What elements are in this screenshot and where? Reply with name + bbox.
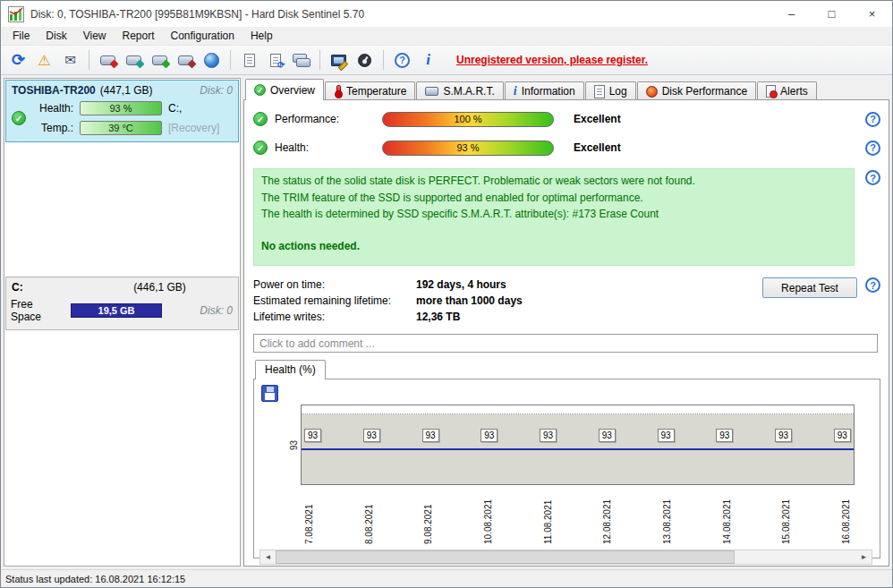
status-line: The TRIM feature of the SSD is supported… [261, 190, 846, 207]
close-button[interactable]: × [852, 1, 892, 27]
disk-detect-icon [126, 55, 141, 65]
performance-label: Performance: [275, 113, 375, 125]
minimize-button[interactable]: – [771, 1, 812, 27]
performance-ok-icon: ✓ [253, 112, 268, 126]
disk-action-1-button[interactable] [96, 48, 120, 72]
repeat-test-help-icon[interactable]: ? [865, 277, 880, 293]
health-ok-icon: ✓ [253, 141, 268, 155]
health-rating: Excellent [574, 141, 621, 154]
menu-help[interactable]: Help [242, 28, 281, 44]
tab-temperature[interactable]: Temperature [325, 81, 415, 100]
toolbar-separator [383, 50, 384, 70]
x-axis-label: 14.08.2021 [722, 489, 732, 544]
about-button[interactable]: i [416, 48, 440, 72]
performance-bar: 100 % [382, 112, 554, 127]
x-axis-label: 8.08.2021 [364, 489, 374, 544]
x-axis-label: 7.08.2021 [304, 489, 314, 544]
performance-row: ✓ Performance: 100 % Excellent ? [253, 107, 883, 131]
health-help-icon[interactable]: ? [865, 141, 880, 156]
comment-input[interactable] [253, 334, 878, 353]
disk-icon [425, 87, 438, 96]
info-icon: i [426, 51, 430, 69]
help-icon: ? [395, 53, 410, 68]
gauge-icon [358, 54, 371, 67]
disk-number: Disk: 0 [200, 84, 233, 97]
performance-test-button[interactable] [353, 48, 377, 72]
menubar: File Disk View Report Configuration Help [1, 27, 892, 46]
save-chart-icon[interactable] [261, 385, 278, 402]
repeat-test-button[interactable]: Repeat Test [762, 277, 857, 298]
report-button[interactable] [237, 48, 261, 72]
tab-overview[interactable]: ✓ Overview [245, 79, 324, 100]
titlebar: Disk: 0, TOSHIBA-TR200 [995B81M9KBSN] - … [1, 1, 892, 27]
power-on-value: 192 days, 4 hours [416, 278, 506, 291]
x-axis-label: 12.08.2021 [602, 489, 612, 544]
tab-smart[interactable]: S.M.A.R.T. [416, 81, 503, 100]
network-disks-button[interactable] [200, 48, 224, 72]
send-message-button[interactable]: ✉ [58, 48, 82, 72]
scroll-right-icon[interactable]: ► [856, 550, 872, 564]
overview-check-icon: ✓ [254, 84, 266, 96]
health-chart-section: Health (%) 93 93 [253, 360, 880, 558]
menu-report[interactable]: Report [114, 28, 162, 44]
free-space-bar: 19,5 GB [71, 303, 162, 318]
disk-action-2-button[interactable] [122, 48, 146, 72]
health-bar-main: 93 % [382, 141, 554, 156]
register-link[interactable]: Unregistered version, please register. [456, 54, 648, 66]
refresh-button[interactable]: ⟳ [6, 48, 30, 72]
x-axis-label: 10.08.2021 [483, 489, 493, 544]
warning-report-button[interactable]: ⚠ [32, 48, 56, 72]
lifetime-writes-label: Lifetime writes: [253, 311, 416, 323]
maximize-button[interactable]: □ [812, 1, 852, 27]
refresh-icon: ⟳ [12, 50, 25, 70]
menu-view[interactable]: View [75, 28, 115, 44]
partition-panel[interactable]: C: (446,1 GB) Free Space 19,5 GB Disk: 0 [5, 277, 239, 330]
tab-alerts[interactable]: Alerts [757, 81, 817, 100]
data-label: 93 [658, 429, 675, 442]
remote-disks-button[interactable] [289, 48, 313, 72]
scrollbar-thumb[interactable] [276, 550, 735, 564]
disk-accept-icon [152, 55, 167, 65]
disk-action-4-button[interactable] [174, 48, 198, 72]
chart-tab-health[interactable]: Health (%) [255, 360, 326, 379]
status-last-updated: Status last updated: 16.08.2021 16:12:15 [5, 574, 185, 584]
thermometer-icon [334, 85, 342, 98]
globe-icon [204, 53, 219, 68]
x-axis-label: 16.08.2021 [841, 489, 851, 544]
status-line: The status of the solid state disk is PE… [261, 173, 846, 190]
lifetime-writes-value: 12,36 TB [416, 311, 460, 323]
tab-disk-performance[interactable]: Disk Performance [637, 81, 756, 100]
disk-list-sidebar: TOSHIBA-TR200 (447,1 GB) Disk: 0 ✓ Healt… [4, 78, 241, 567]
disk-panel[interactable]: TOSHIBA-TR200 (447,1 GB) Disk: 0 ✓ Healt… [5, 80, 239, 142]
warning-icon: ⚠ [38, 52, 50, 69]
health-row: ✓ Health: 93 % Excellent ? [253, 136, 883, 159]
recovery-label: [Recovery] [168, 122, 219, 134]
menu-file[interactable]: File [4, 28, 38, 44]
toolbar: ⟳ ⚠ ✉ ⟳ ? i Unregistered version, please… [1, 46, 892, 75]
performance-rating: Excellent [574, 113, 621, 125]
refresh-report-button[interactable]: ⟳ [263, 48, 287, 72]
remaining-lifetime-label: Estimated remaining lifetime: [253, 294, 416, 307]
data-label: 93 [422, 429, 439, 442]
x-axis-label: 15.08.2021 [781, 489, 791, 544]
temp-bar: 39 °C [80, 121, 162, 135]
chart-scrollbar[interactable]: ◄ ► [259, 550, 872, 565]
performance-help-icon[interactable]: ? [865, 112, 880, 127]
menu-configuration[interactable]: Configuration [163, 28, 242, 44]
overview-panel: ✓ Performance: 100 % Excellent ? ✓ Healt… [243, 99, 889, 567]
tab-log[interactable]: Log [585, 81, 636, 100]
disk-action-3-button[interactable] [148, 48, 172, 72]
window-title: Disk: 0, TOSHIBA-TR200 [995B81M9KBSN] - … [30, 8, 364, 21]
mail-icon: ✉ [64, 52, 76, 68]
scrollbar-track[interactable] [276, 550, 856, 564]
data-label: 93 [481, 429, 498, 442]
status-help-icon[interactable]: ? [865, 170, 880, 185]
tab-information[interactable]: i Information [505, 81, 584, 100]
no-action-line: No actions needed. [261, 238, 846, 255]
edit-monitor-button[interactable] [327, 48, 351, 72]
help-button[interactable]: ? [390, 48, 414, 72]
data-labels-row: 93 93 93 93 93 93 93 93 93 93 [304, 429, 851, 442]
scroll-left-icon[interactable]: ◄ [260, 550, 276, 564]
menu-disk[interactable]: Disk [38, 28, 74, 44]
health-label: Health: [32, 102, 73, 115]
